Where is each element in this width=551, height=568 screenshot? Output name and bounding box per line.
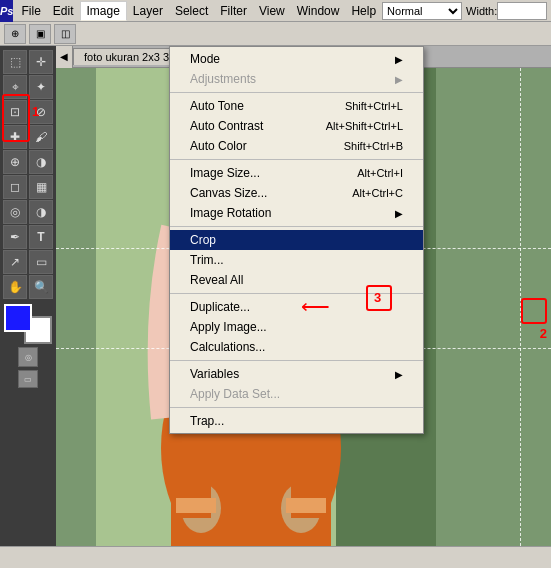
menu-item-image-size[interactable]: Image Size... Alt+Ctrl+I [170, 163, 423, 183]
auto-color-shortcut: Shift+Ctrl+B [344, 140, 403, 152]
tool-lasso[interactable]: ⌖ [3, 75, 27, 99]
menu-item-trim[interactable]: Trim... [170, 250, 423, 270]
menu-item-mode[interactable]: Mode ▶ [170, 49, 423, 69]
menu-layer[interactable]: Layer [127, 2, 169, 20]
tool-history[interactable]: ◑ [29, 150, 53, 174]
quick-mask-btn[interactable]: ◎ [18, 347, 38, 367]
menu-item-apply-image[interactable]: Apply Image... [170, 317, 423, 337]
menu-edit[interactable]: Edit [47, 2, 80, 20]
tool-row-8: ✒ T [3, 225, 53, 249]
menu-item-trap[interactable]: Trap... [170, 411, 423, 431]
tool-text[interactable]: T [29, 225, 53, 249]
menu-view[interactable]: View [253, 2, 291, 20]
mode-dropdown[interactable]: Normal [382, 2, 462, 20]
options-bar: ⊕ ▣ ◫ [0, 22, 551, 46]
canvas-area: ◀ foto ukuran 2x3 3x4 4x6 di photoshop [56, 46, 551, 546]
tool-clone[interactable]: ⊕ [3, 150, 27, 174]
separator-4 [170, 293, 423, 294]
separator-2 [170, 159, 423, 160]
tool-zoom[interactable]: 🔍 [29, 275, 53, 299]
width-label: Width: [466, 5, 497, 17]
tool-dodge[interactable]: ◑ [29, 200, 53, 224]
tool-row-6: ◻ ▦ [3, 175, 53, 199]
menu-select[interactable]: Select [169, 2, 214, 20]
tool-pen[interactable]: ✒ [3, 225, 27, 249]
variables-arrow: ▶ [395, 369, 403, 380]
variables-label: Variables [190, 367, 239, 381]
foreground-color[interactable] [4, 304, 32, 332]
tool-gradient[interactable]: ▦ [29, 175, 53, 199]
menu-item-apply-dataset[interactable]: Apply Data Set... [170, 384, 423, 404]
options-btn-2[interactable]: ▣ [29, 24, 51, 44]
menu-item-canvas-size[interactable]: Canvas Size... Alt+Ctrl+C [170, 183, 423, 203]
image-rotation-label: Image Rotation [190, 206, 271, 220]
menu-item-mode-label: Mode [190, 52, 220, 66]
trap-label: Trap... [190, 414, 224, 428]
tool-wand[interactable]: ✦ [29, 75, 53, 99]
tool-row-2: ⌖ ✦ [3, 75, 53, 99]
menu-item-auto-contrast[interactable]: Auto Contrast Alt+Shift+Ctrl+L [170, 116, 423, 136]
tool-row-1: ⬚ ✛ [3, 50, 53, 74]
menu-item-image-rotation[interactable]: Image Rotation ▶ [170, 203, 423, 223]
apply-image-label: Apply Image... [190, 320, 267, 334]
auto-tone-shortcut: Shift+Ctrl+L [345, 100, 403, 112]
tool-crop[interactable]: ⊡ [3, 100, 27, 124]
trim-label: Trim... [190, 253, 224, 267]
navigator-arrow[interactable]: ◀ [56, 46, 73, 68]
menubar-right: Normal Width: Br ▦ [382, 0, 551, 22]
screen-mode-btn[interactable]: ▭ [18, 370, 38, 388]
canvas-size-shortcut: Alt+Ctrl+C [352, 187, 403, 199]
menu-item-adjustments-label: Adjustments [190, 72, 256, 86]
tool-blur[interactable]: ◎ [3, 200, 27, 224]
svg-rect-11 [286, 498, 326, 513]
tool-row-5: ⊕ ◑ [3, 150, 53, 174]
menu-item-crop[interactable]: Crop [170, 230, 423, 250]
menu-item-auto-tone[interactable]: Auto Tone Shift+Ctrl+L [170, 96, 423, 116]
separator-6 [170, 407, 423, 408]
menu-item-calculations[interactable]: Calculations... [170, 337, 423, 357]
tool-heal[interactable]: ✚ [3, 125, 27, 149]
tool-row-9: ↗ ▭ [3, 250, 53, 274]
annotation-label-2: 2 [540, 326, 547, 341]
tool-brush[interactable]: 🖌 [29, 125, 53, 149]
apply-dataset-label: Apply Data Set... [190, 387, 280, 401]
menu-image[interactable]: Image [80, 1, 127, 21]
crop-label: Crop [190, 233, 216, 247]
menu-item-auto-color[interactable]: Auto Color Shift+Ctrl+B [170, 136, 423, 156]
auto-contrast-shortcut: Alt+Shift+Ctrl+L [326, 120, 403, 132]
calculations-label: Calculations... [190, 340, 265, 354]
tool-hand[interactable]: ✋ [3, 275, 27, 299]
tool-row-3: ⊡ ⊘ [3, 100, 53, 124]
menu-item-variables[interactable]: Variables ▶ [170, 364, 423, 384]
menu-filter[interactable]: Filter [214, 2, 253, 20]
tool-path[interactable]: ↗ [3, 250, 27, 274]
image-size-label: Image Size... [190, 166, 260, 180]
separator-3 [170, 226, 423, 227]
image-dropdown-menu: Mode ▶ Adjustments ▶ Auto Tone Shift+Ctr… [169, 46, 424, 434]
duplicate-label: Duplicate... [190, 300, 250, 314]
menu-window[interactable]: Window [291, 2, 346, 20]
tool-row-7: ◎ ◑ [3, 200, 53, 224]
image-rotation-arrow: ▶ [395, 208, 403, 219]
options-btn-1[interactable]: ⊕ [4, 24, 26, 44]
status-bar [0, 546, 551, 568]
menu-help[interactable]: Help [345, 2, 382, 20]
tool-move[interactable]: ✛ [29, 50, 53, 74]
tool-shape[interactable]: ▭ [29, 250, 53, 274]
app-logo: Ps [0, 0, 13, 22]
menu-item-mode-arrow: ▶ [395, 54, 403, 65]
menu-bar: Ps File Edit Image Layer Select Filter V… [0, 0, 551, 22]
reveal-all-label: Reveal All [190, 273, 243, 287]
main-area: 1 ⬚ ✛ ⌖ ✦ ⊡ ⊘ ✚ 🖌 ⊕ ◑ ◻ ▦ ◎ ◑ ✒ [0, 46, 551, 546]
tool-marquee[interactable]: ⬚ [3, 50, 27, 74]
menu-item-duplicate[interactable]: Duplicate... [170, 297, 423, 317]
menu-file[interactable]: File [15, 2, 46, 20]
auto-color-label: Auto Color [190, 139, 247, 153]
color-swatch[interactable] [4, 304, 52, 344]
menu-item-adjustments[interactable]: Adjustments ▶ [170, 69, 423, 89]
width-input[interactable] [497, 2, 547, 20]
menu-item-reveal-all[interactable]: Reveal All [170, 270, 423, 290]
tool-eraser[interactable]: ◻ [3, 175, 27, 199]
image-size-shortcut: Alt+Ctrl+I [357, 167, 403, 179]
options-btn-3[interactable]: ◫ [54, 24, 76, 44]
